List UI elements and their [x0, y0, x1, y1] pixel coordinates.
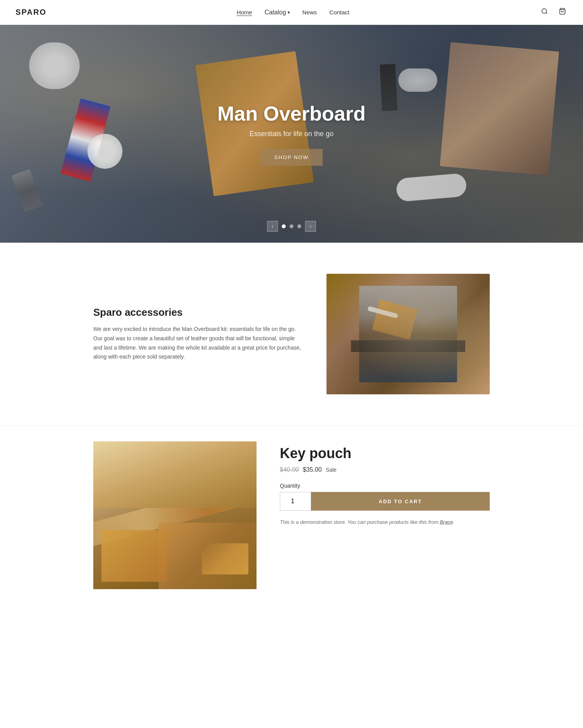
hero-title: Man Overboard	[217, 102, 365, 125]
accessories-section: Sparo accessories We are very excited to…	[78, 274, 505, 394]
cart-button[interactable]	[557, 6, 567, 18]
slider-dot-2[interactable]	[290, 224, 293, 228]
slider-prev-button[interactable]: ‹	[267, 221, 278, 232]
chevron-down-icon: ▾	[288, 10, 290, 15]
accessories-heading: Sparo accessories	[93, 306, 303, 318]
accessories-body: We are very excited to introduce the Man…	[93, 325, 303, 362]
quantity-input[interactable]	[280, 492, 311, 511]
section-divider	[0, 425, 583, 426]
hero-section: Man Overboard Essentials for life on the…	[0, 25, 583, 243]
slider-next-button[interactable]: ›	[305, 221, 316, 232]
svg-point-0	[542, 9, 546, 13]
add-to-cart-button[interactable]: ADD TO CART	[311, 492, 490, 511]
sale-price: $35.00	[303, 466, 322, 473]
slider-controls: ‹ ›	[267, 221, 316, 232]
svg-line-1	[546, 12, 547, 14]
brace-link[interactable]: Brace	[440, 519, 453, 525]
quantity-section: Quantity ADD TO CART	[280, 483, 490, 511]
demo-notice: This is a demonstration store. You can p…	[280, 518, 490, 527]
product-title: Key pouch	[280, 445, 490, 462]
site-header: SPARO Home Catalog ▾ News Contact	[0, 0, 583, 25]
quantity-label: Quantity	[280, 483, 490, 489]
shop-now-button[interactable]: SHOP NOW	[260, 149, 323, 166]
header-actions	[539, 6, 567, 18]
original-price: $40.00	[280, 466, 299, 473]
search-button[interactable]	[539, 6, 550, 18]
product-image-container	[93, 441, 257, 589]
product-section: Key pouch $40.00 $35.00 Sale Quantity AD…	[78, 441, 505, 589]
sale-badge: Sale	[326, 467, 337, 473]
nav-catalog[interactable]: Catalog ▾	[265, 9, 290, 16]
product-price: $40.00 $35.00 Sale	[280, 466, 490, 473]
nav-news[interactable]: News	[302, 9, 317, 16]
accessories-text-block: Sparo accessories We are very excited to…	[93, 306, 303, 362]
nav-contact[interactable]: Contact	[329, 9, 349, 16]
slider-dot-1[interactable]	[282, 224, 286, 228]
search-icon	[541, 8, 548, 15]
nav-home[interactable]: Home	[237, 9, 252, 16]
hero-content: Man Overboard Essentials for life on the…	[217, 102, 365, 166]
logo[interactable]: SPARO	[16, 8, 47, 17]
slider-dot-3[interactable]	[297, 224, 301, 228]
quantity-row: ADD TO CART	[280, 492, 490, 511]
main-nav: Home Catalog ▾ News Contact	[237, 9, 349, 16]
hero-subtitle: Essentials for life on the go	[217, 130, 365, 138]
product-info-block: Key pouch $40.00 $35.00 Sale Quantity AD…	[280, 441, 490, 527]
cart-icon	[559, 8, 566, 15]
accessories-image-container	[326, 274, 490, 394]
accessories-photo	[326, 274, 490, 394]
product-photo	[93, 441, 257, 589]
